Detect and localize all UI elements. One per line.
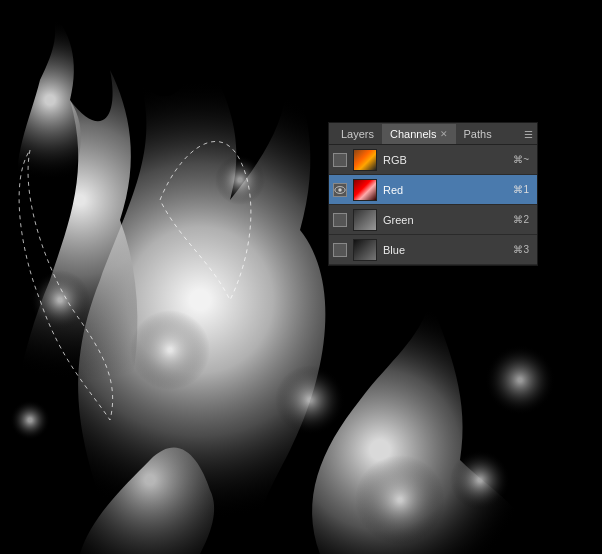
- channel-shortcut-green: ⌘2: [513, 214, 529, 225]
- channel-name-rgb: RGB: [383, 154, 507, 166]
- channel-shortcut-rgb: ⌘~: [513, 154, 529, 165]
- channel-thumb-blue: [353, 239, 377, 261]
- channel-visibility-blue[interactable]: [333, 243, 347, 257]
- eye-icon: [334, 185, 346, 195]
- channel-row-rgb[interactable]: RGB ⌘~: [329, 145, 537, 175]
- channel-visibility-red[interactable]: [333, 183, 347, 197]
- channel-thumb-green: [353, 209, 377, 231]
- panel-body: RGB ⌘~ Red ⌘1 Green ⌘2: [329, 145, 537, 265]
- channel-thumb-red: [353, 179, 377, 201]
- channel-thumb-rgb: [353, 149, 377, 171]
- panel-header: Layers Channels ✕ Paths ☰: [329, 123, 537, 145]
- tab-channels[interactable]: Channels ✕: [382, 124, 455, 144]
- channel-shortcut-blue: ⌘3: [513, 244, 529, 255]
- channel-name-green: Green: [383, 214, 507, 226]
- tab-layers[interactable]: Layers: [333, 124, 382, 144]
- tab-paths[interactable]: Paths: [456, 124, 500, 144]
- channels-panel: Layers Channels ✕ Paths ☰ RGB ⌘~: [328, 122, 538, 266]
- channel-name-red: Red: [383, 184, 507, 196]
- channel-visibility-green[interactable]: [333, 213, 347, 227]
- channel-visibility-rgb[interactable]: [333, 153, 347, 167]
- flame-background: [0, 0, 602, 554]
- channel-row-blue[interactable]: Blue ⌘3: [329, 235, 537, 265]
- channel-name-blue: Blue: [383, 244, 507, 256]
- channel-shortcut-red: ⌘1: [513, 184, 529, 195]
- channel-row-red[interactable]: Red ⌘1: [329, 175, 537, 205]
- tab-close-icon[interactable]: ✕: [440, 129, 448, 139]
- svg-point-1: [338, 188, 341, 191]
- channel-row-green[interactable]: Green ⌘2: [329, 205, 537, 235]
- panel-menu-icon[interactable]: ☰: [524, 128, 533, 139]
